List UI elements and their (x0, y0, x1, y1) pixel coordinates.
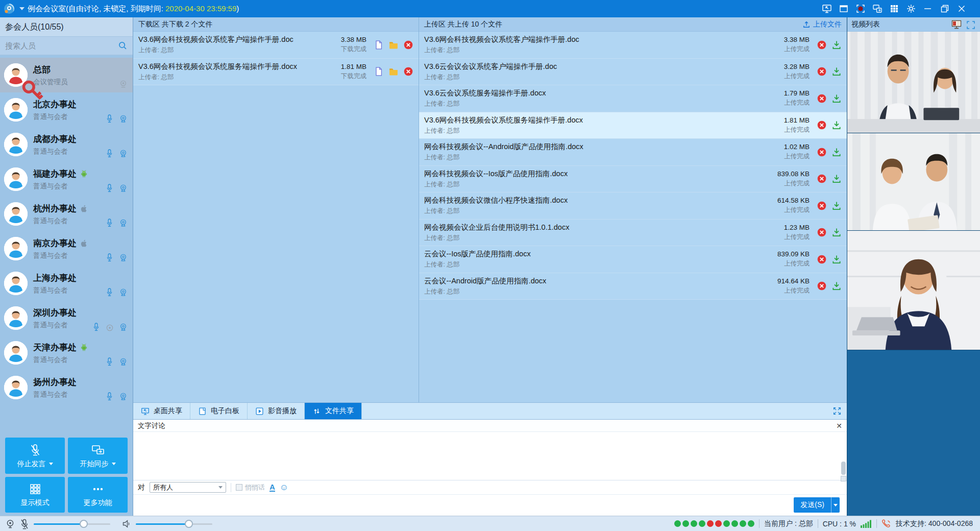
mic-icon[interactable] (106, 148, 115, 158)
start-sync-button[interactable]: 开始同步 (68, 438, 128, 474)
camera-icon[interactable] (119, 113, 128, 124)
emoji-icon[interactable]: ☺ (280, 483, 288, 492)
search-icon[interactable] (118, 41, 128, 51)
webcam-status-icon[interactable] (5, 519, 15, 529)
speaker-disabled-icon[interactable] (106, 322, 115, 332)
delete-file-icon[interactable] (817, 147, 827, 157)
stop-speaking-button[interactable]: 停止发言 (5, 438, 65, 474)
maximize-button[interactable] (940, 4, 950, 14)
delete-file-icon[interactable] (817, 40, 827, 50)
download-file-icon[interactable] (831, 120, 842, 130)
mic-icon[interactable] (106, 252, 115, 262)
mic-muted-status-icon[interactable] (19, 519, 30, 529)
delete-file-icon[interactable] (403, 66, 413, 77)
download-file-icon[interactable] (831, 174, 842, 184)
download-file-row[interactable]: V3.6网会科技视频会议系统服务端操作手册.docx 上传者: 总部 1.81 … (133, 59, 419, 86)
upload-file-row[interactable]: 网会视频会议企业后台使用说明书1.0.1.docx 上传者: 总部 1.23 M… (419, 220, 847, 247)
mic-volume-slider[interactable] (34, 519, 110, 528)
sync-screen-icon[interactable] (872, 4, 883, 14)
video-layout-icon[interactable] (951, 20, 962, 29)
download-file-icon[interactable] (831, 147, 842, 157)
delete-file-icon[interactable] (817, 93, 827, 104)
video-thumbnail-1[interactable] (847, 32, 980, 133)
mic-icon[interactable] (106, 356, 115, 367)
download-file-icon[interactable] (831, 281, 842, 291)
delete-file-icon[interactable] (403, 40, 413, 50)
camera-icon[interactable] (119, 391, 128, 401)
download-file-icon[interactable] (831, 93, 842, 104)
camera-icon[interactable] (119, 287, 128, 297)
download-file-icon[interactable] (831, 66, 842, 77)
delete-file-icon[interactable] (817, 281, 827, 291)
title-chevron-icon[interactable] (19, 7, 24, 10)
tab-file-share[interactable]: 文件共享 (305, 403, 362, 419)
screen-share-icon[interactable] (822, 4, 832, 14)
close-button[interactable] (957, 4, 967, 14)
expand-panel-icon[interactable] (832, 406, 842, 416)
download-file-icon[interactable] (831, 254, 842, 264)
participant-row[interactable]: 深圳办事处 普通与会者 (0, 301, 133, 335)
camera-icon[interactable] (119, 183, 128, 193)
mic-icon[interactable] (92, 322, 102, 332)
recipient-select[interactable]: 所有人 (150, 482, 226, 493)
camera-icon[interactable] (119, 218, 128, 228)
chat-close-icon[interactable]: ✕ (836, 422, 842, 429)
message-input[interactable] (133, 495, 757, 515)
camera-disabled-icon[interactable] (119, 79, 128, 89)
delete-file-icon[interactable] (817, 254, 827, 264)
open-folder-icon[interactable] (388, 40, 399, 50)
minimize-button[interactable] (923, 4, 933, 14)
delete-file-icon[interactable] (817, 201, 827, 211)
mic-icon[interactable] (106, 113, 115, 124)
participant-row[interactable]: 总部 会议管理员 (0, 58, 133, 92)
upload-file-row[interactable]: 云会议--Ios版产品使用指南.docx 上传者: 总部 839.09 KB 上… (419, 246, 847, 273)
participant-row[interactable]: 上海办事处 普通与会者 (0, 266, 133, 301)
camera-icon[interactable] (119, 148, 128, 158)
upload-file-row[interactable]: V3.6云会议会议系统客户端操作手册.doc 上传者: 总部 3.28 MB 上… (419, 59, 847, 86)
participant-row[interactable]: 福建办事处 普通与会者 (0, 162, 133, 197)
video-thumbnail-3[interactable] (847, 231, 980, 350)
grid-view-icon[interactable] (889, 4, 899, 14)
download-file-row[interactable]: V3.6网会科技视频会议系统客户端操作手册.doc 上传者: 总部 3.38 M… (133, 32, 419, 59)
camera-icon[interactable] (119, 322, 128, 332)
download-file-icon[interactable] (831, 40, 842, 50)
download-file-icon[interactable] (831, 201, 842, 211)
tab-media-play[interactable]: 影音播放 (248, 403, 305, 419)
delete-file-icon[interactable] (817, 120, 827, 130)
speaker-icon[interactable] (121, 519, 132, 529)
camera-icon[interactable] (119, 356, 128, 367)
display-mode-button[interactable]: 显示模式 (5, 477, 65, 513)
open-file-icon[interactable] (374, 66, 384, 77)
participant-row[interactable]: 扬州办事处 普通与会者 (0, 370, 133, 405)
mic-icon[interactable] (106, 391, 115, 401)
caret-down-icon[interactable] (112, 463, 116, 465)
upload-file-row[interactable]: 网会科技视频会议--Android版产品使用指南.docx 上传者: 总部 1.… (419, 139, 847, 166)
send-button[interactable]: 发送(S) (794, 497, 831, 513)
record-icon[interactable] (855, 4, 866, 14)
open-folder-icon[interactable] (388, 66, 399, 77)
video-expand-icon[interactable] (966, 20, 976, 29)
mic-icon[interactable] (106, 183, 115, 193)
download-file-icon[interactable] (831, 227, 842, 237)
whisper-checkbox[interactable] (236, 484, 242, 491)
upload-file-row[interactable]: 网会科技视频会议--Ios版产品使用指南.docx 上传者: 总部 839.08… (419, 166, 847, 193)
font-style-icon[interactable]: A (270, 484, 275, 492)
more-functions-button[interactable]: 更多功能 (68, 477, 128, 513)
camera-icon[interactable] (119, 252, 128, 262)
open-file-icon[interactable] (374, 40, 384, 50)
delete-file-icon[interactable] (817, 227, 827, 237)
speaker-volume-slider[interactable] (136, 519, 212, 528)
settings-gear-icon[interactable] (906, 4, 916, 14)
participant-row[interactable]: 成都办事处 普通与会者 (0, 127, 133, 162)
upload-file-button[interactable]: 上传文件 (802, 20, 842, 29)
participant-row[interactable]: 南京办事处 普通与会者 (0, 231, 133, 266)
caret-down-icon[interactable] (49, 463, 53, 465)
tab-whiteboard[interactable]: 电子白板 (190, 403, 248, 419)
upload-file-row[interactable]: 网会科技视频会议微信小程序快速指南.docx 上传者: 总部 614.58 KB… (419, 192, 847, 220)
chat-scrollbar[interactable] (841, 462, 846, 475)
participant-row[interactable]: 天津办事处 普通与会者 (0, 335, 133, 370)
delete-file-icon[interactable] (817, 66, 827, 77)
chat-scrollbar-stepper[interactable] (841, 476, 846, 481)
delete-file-icon[interactable] (817, 174, 827, 184)
send-options-caret[interactable] (831, 497, 840, 513)
